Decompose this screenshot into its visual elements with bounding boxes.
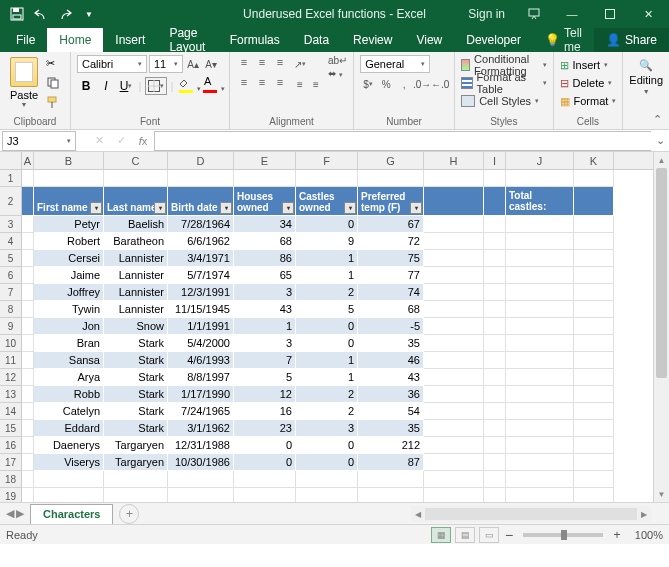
cell[interactable]: [424, 403, 484, 420]
paste-button[interactable]: Paste: [10, 89, 38, 101]
tab-developer[interactable]: Developer: [454, 28, 533, 52]
cell[interactable]: 0: [296, 318, 358, 335]
scroll-left-icon[interactable]: ◀: [411, 510, 425, 519]
filter-dropdown-icon[interactable]: ▾: [344, 202, 356, 214]
cell[interactable]: Stark: [104, 352, 168, 369]
cell[interactable]: [22, 233, 34, 250]
row-header[interactable]: 17: [0, 454, 21, 471]
cell[interactable]: [506, 420, 574, 437]
editing-button[interactable]: 🔍: [639, 59, 653, 72]
cell[interactable]: [424, 335, 484, 352]
fill-color-button[interactable]: ▾: [177, 77, 199, 93]
cell[interactable]: 11/15/1945: [168, 301, 234, 318]
cell[interactable]: Lannister: [104, 267, 168, 284]
cell[interactable]: Lannister: [104, 284, 168, 301]
add-sheet-button[interactable]: +: [119, 504, 139, 524]
cell[interactable]: [22, 250, 34, 267]
cell[interactable]: [22, 437, 34, 454]
cell[interactable]: 34: [234, 216, 296, 233]
cell[interactable]: [234, 488, 296, 502]
cell[interactable]: [574, 187, 614, 216]
cell[interactable]: 212: [358, 437, 424, 454]
cell[interactable]: [22, 420, 34, 437]
cell[interactable]: 1/1/1991: [168, 318, 234, 335]
row-header[interactable]: 3: [0, 216, 21, 233]
cell[interactable]: 23: [234, 420, 296, 437]
cell[interactable]: 3/1/1962: [168, 420, 234, 437]
cell[interactable]: 74: [358, 284, 424, 301]
cell[interactable]: 0: [296, 216, 358, 233]
cell[interactable]: [424, 170, 484, 187]
cell[interactable]: [22, 170, 34, 187]
cell[interactable]: [424, 187, 484, 216]
cell[interactable]: Castles owned▾: [296, 187, 358, 216]
select-all-corner[interactable]: [0, 152, 22, 170]
row-header[interactable]: 11: [0, 352, 21, 369]
cell[interactable]: [506, 250, 574, 267]
row-header[interactable]: 14: [0, 403, 21, 420]
cell[interactable]: [358, 471, 424, 488]
filter-dropdown-icon[interactable]: ▾: [220, 202, 232, 214]
cut-icon[interactable]: ✂: [46, 57, 64, 73]
underline-button[interactable]: U▾: [117, 77, 135, 95]
cell[interactable]: First name▾: [34, 187, 104, 216]
align-middle-icon[interactable]: ≡: [254, 55, 270, 69]
tab-page-layout[interactable]: Page Layout: [157, 28, 217, 52]
column-header[interactable]: A: [22, 152, 34, 169]
cell[interactable]: [484, 437, 506, 454]
cell[interactable]: [506, 454, 574, 471]
cell[interactable]: [574, 437, 614, 454]
scroll-thumb[interactable]: [656, 168, 667, 378]
cell[interactable]: [234, 471, 296, 488]
cell[interactable]: 0: [296, 437, 358, 454]
cell[interactable]: 43: [358, 369, 424, 386]
cell[interactable]: 54: [358, 403, 424, 420]
row-header[interactable]: 1: [0, 170, 21, 187]
cell[interactable]: [22, 318, 34, 335]
enter-formula-icon[interactable]: ✓: [110, 131, 132, 151]
cell[interactable]: 6/6/1962: [168, 233, 234, 250]
cell[interactable]: [574, 335, 614, 352]
cell[interactable]: [484, 335, 506, 352]
cell[interactable]: [424, 454, 484, 471]
cell[interactable]: Houses owned▾: [234, 187, 296, 216]
cell[interactable]: [22, 284, 34, 301]
cell[interactable]: [22, 471, 34, 488]
align-left-icon[interactable]: ≡: [236, 75, 252, 89]
cell[interactable]: [22, 352, 34, 369]
copy-icon[interactable]: [46, 76, 64, 92]
scroll-right-icon[interactable]: ▶: [637, 510, 651, 519]
cell[interactable]: [296, 488, 358, 502]
cell[interactable]: [168, 471, 234, 488]
cell[interactable]: Robert: [34, 233, 104, 250]
zoom-level[interactable]: 100%: [627, 529, 663, 541]
cell[interactable]: Lannister: [104, 250, 168, 267]
cell[interactable]: [484, 233, 506, 250]
cell[interactable]: Eddard: [34, 420, 104, 437]
cell[interactable]: [574, 284, 614, 301]
cell[interactable]: [506, 471, 574, 488]
cell[interactable]: [22, 488, 34, 502]
cell[interactable]: Tywin: [34, 301, 104, 318]
cells-area[interactable]: First name▾Last name▾Birth date▾Houses o…: [22, 170, 653, 502]
zoom-out-icon[interactable]: −: [503, 527, 515, 543]
cell[interactable]: [22, 267, 34, 284]
cell[interactable]: 3/4/1971: [168, 250, 234, 267]
cell[interactable]: 77: [358, 267, 424, 284]
cell[interactable]: [506, 284, 574, 301]
cell[interactable]: [506, 352, 574, 369]
merge-button[interactable]: ⬌ ▾: [328, 68, 347, 79]
cell[interactable]: 2: [296, 403, 358, 420]
cell[interactable]: Viserys: [34, 454, 104, 471]
row-header[interactable]: 12: [0, 369, 21, 386]
cell[interactable]: 36: [358, 386, 424, 403]
cell[interactable]: [22, 454, 34, 471]
scroll-up-icon[interactable]: ▲: [654, 152, 669, 168]
cell[interactable]: [574, 454, 614, 471]
share-button[interactable]: 👤Share: [594, 28, 669, 52]
row-header[interactable]: 5: [0, 250, 21, 267]
cell[interactable]: [424, 233, 484, 250]
cell[interactable]: [574, 471, 614, 488]
cell[interactable]: [506, 369, 574, 386]
cell[interactable]: [424, 318, 484, 335]
